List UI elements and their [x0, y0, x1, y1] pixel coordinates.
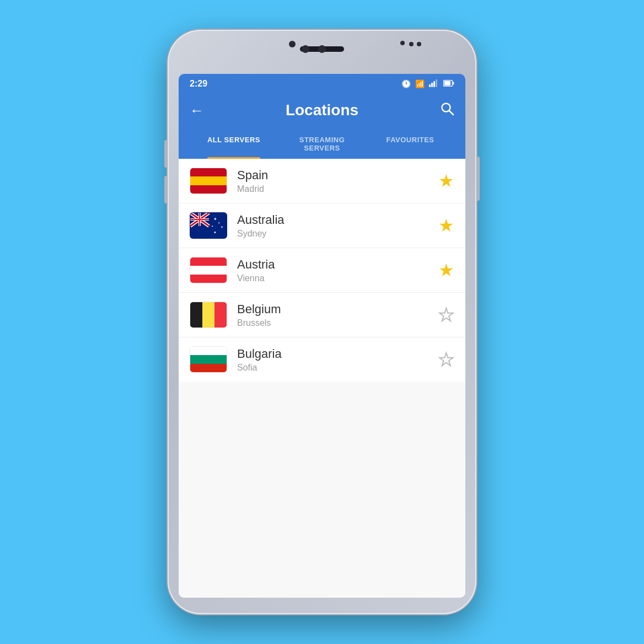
country-name: Spain [237, 168, 438, 183]
power-button[interactable] [477, 157, 480, 201]
status-bar: 2:29 🕐 📶 [179, 74, 465, 94]
signal-icon [429, 79, 439, 89]
wifi-icon: 📶 [415, 79, 425, 88]
city-name: Sydney [237, 229, 438, 239]
locations-list: Spain Madrid ★ [179, 159, 465, 598]
svg-text:✦: ✦ [221, 226, 223, 229]
svg-rect-17 [199, 213, 200, 226]
volume-down-button[interactable] [164, 176, 167, 203]
ir-sensor-icon [400, 41, 405, 45]
search-button[interactable] [440, 101, 454, 119]
favourite-star[interactable]: ★ [438, 261, 454, 279]
flag-australia: ✦ ✦ ✦ ✦ ✦ [190, 212, 227, 239]
phone-notch [168, 30, 476, 74]
flag-bulgaria [190, 346, 227, 373]
tab-bar: ALL SERVERS STREAMING SERVERS FAVOURITES [190, 128, 454, 159]
svg-rect-5 [453, 82, 454, 85]
list-item[interactable]: Spain Madrid ★ [179, 159, 465, 203]
svg-text:✦: ✦ [213, 230, 217, 234]
location-info: Austria Vienna [237, 257, 438, 283]
tab-all-servers[interactable]: ALL SERVERS [190, 128, 278, 159]
svg-rect-1 [431, 83, 433, 87]
location-info: Australia Sydney [237, 213, 438, 239]
favourite-star[interactable]: ★ [438, 217, 454, 234]
phone-frame: 2:29 🕐 📶 [168, 30, 476, 614]
sensor-cluster [409, 42, 421, 46]
alarm-icon: 🕐 [401, 79, 411, 88]
flag-austria [190, 257, 227, 283]
list-item[interactable]: Austria Vienna ★ [179, 248, 465, 293]
country-name: Bulgaria [237, 347, 438, 361]
volume-up-button[interactable] [164, 140, 167, 168]
status-time: 2:29 [190, 79, 207, 89]
flag-spain [190, 168, 227, 194]
location-info: Bulgaria Sofia [237, 347, 438, 373]
city-name: Sofia [237, 363, 438, 373]
country-name: Australia [237, 213, 438, 227]
favourite-star[interactable]: ★ [438, 351, 454, 368]
location-info: Spain Madrid [237, 168, 438, 194]
svg-text:✦: ✦ [218, 221, 220, 224]
battery-icon [443, 79, 454, 88]
front-camera-icon [289, 41, 296, 47]
country-name: Austria [237, 257, 438, 272]
country-name: Belgium [237, 302, 438, 316]
back-button[interactable]: ← [190, 103, 204, 117]
city-name: Madrid [237, 184, 438, 194]
flag-belgium [190, 302, 227, 328]
list-item[interactable]: Belgium Brussels ★ [179, 293, 465, 337]
svg-line-8 [449, 111, 453, 115]
city-name: Vienna [237, 273, 438, 283]
svg-rect-6 [444, 81, 450, 85]
svg-text:✦: ✦ [211, 224, 213, 228]
favourite-star[interactable]: ★ [438, 306, 454, 324]
svg-rect-3 [436, 79, 437, 87]
tab-favourites[interactable]: FAVOURITES [366, 128, 454, 159]
list-item[interactable]: ✦ ✦ ✦ ✦ ✦ Australia Sydney ★ [179, 203, 465, 248]
page-title: Locations [286, 101, 358, 119]
app-header: ← Locations ALL SERVERS STREAMING SERVER… [179, 94, 465, 159]
city-name: Brussels [237, 318, 438, 328]
list-item[interactable]: Bulgaria Sofia ★ [179, 337, 465, 382]
svg-rect-2 [433, 81, 435, 87]
camera-dot-icon [318, 45, 326, 53]
svg-rect-0 [429, 84, 431, 87]
status-icons: 🕐 📶 [401, 79, 454, 89]
tab-streaming-servers[interactable]: STREAMING SERVERS [278, 128, 366, 159]
location-info: Belgium Brussels [237, 302, 438, 328]
favourite-star[interactable]: ★ [438, 172, 454, 190]
svg-text:✦: ✦ [213, 217, 217, 222]
phone-screen: 2:29 🕐 📶 [179, 74, 465, 598]
